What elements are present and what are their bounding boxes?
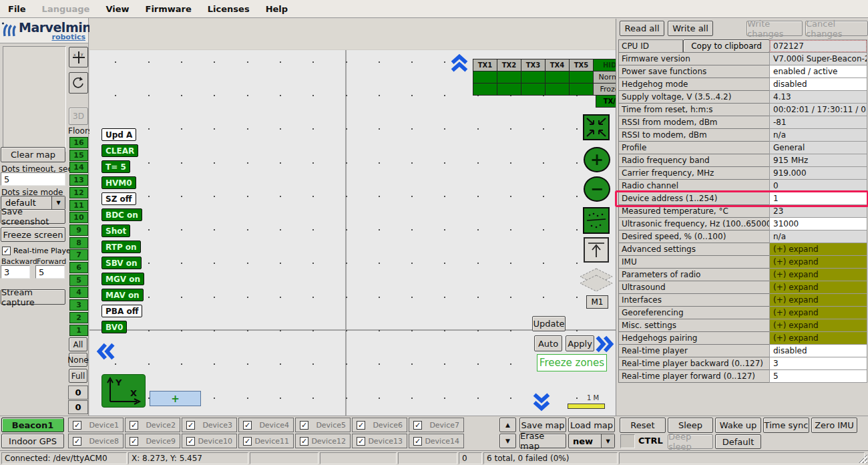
tx-cell[interactable] [569,71,594,84]
device-toggle-device12[interactable]: ✓Device12 [295,434,351,448]
tx-cell[interactable] [497,83,521,96]
device-toggle-device6[interactable]: ✓Device6 [352,418,407,432]
tx-column-tx3[interactable]: TX3 [521,59,546,71]
tx-cell[interactable] [521,71,546,84]
floor-button-12[interactable]: 12 [69,187,88,198]
zero-imu-button[interactable]: Zero IMU [811,418,857,433]
map-button-t-5[interactable]: T= 5 [101,160,130,173]
device-checkbox[interactable]: ✓ [186,437,195,446]
tx-cell[interactable] [545,71,570,84]
read-all-button[interactable]: Read all [620,21,664,36]
save-map-button[interactable]: Save map [519,418,566,432]
forward-input[interactable]: 5 [35,265,65,279]
device-toggle-device1[interactable]: ✓Device1 [68,418,124,432]
devices-scroll-down-button[interactable]: ▼ [499,434,516,448]
deep-sleep-button[interactable]: Deep sleep [668,434,713,449]
map-button-bv0[interactable]: BV0 [101,321,127,333]
layers-icon[interactable] [578,267,615,297]
map-canvas[interactable]: Upd ACLEART= 5HVM0SZ offBDC onShotRTP on… [89,19,616,416]
device-toggle-device10[interactable]: ✓Device10 [182,434,237,448]
show-dots-button[interactable] [583,207,610,234]
device-toggle-device8[interactable]: ✓Device8 [68,434,124,448]
menu-item-file[interactable]: File [0,1,34,17]
menu-item-language[interactable]: Language [34,1,98,17]
device-toggle-device9[interactable]: ✓Device9 [125,434,180,448]
floor-button-3[interactable]: 3 [69,299,88,311]
m1-button[interactable]: M1 [586,295,608,309]
device-checkbox[interactable]: ✓ [300,421,308,430]
clear-map-button[interactable]: Clear map [1,147,65,162]
menu-item-firmware[interactable]: Firmware [138,1,200,17]
settings-value[interactable]: 3 [769,357,867,370]
tab-indoor-gps[interactable]: Indoor GPS [1,434,64,448]
time-sync-button[interactable]: Time sync [763,418,809,433]
map-button-bdc-on[interactable]: BDC on [101,208,142,221]
write-all-button[interactable]: Write all [668,21,713,36]
origin-axes-widget[interactable]: Y X [101,374,146,408]
beacon-list-box[interactable] [3,46,66,152]
device-checkbox[interactable]: ✓ [130,421,138,430]
write-changes-button[interactable]: Write changes [746,21,803,36]
device-checkbox[interactable]: ✓ [130,437,138,446]
floor-button-2[interactable]: 2 [69,312,88,323]
erase-map-button[interactable]: Erase map [519,434,566,448]
tab-beacon1[interactable]: Beacon1 [1,418,64,432]
devices-scroll-up-button[interactable]: ▲ [499,418,516,432]
add-submap-button[interactable]: + [150,391,201,406]
settings-value[interactable]: 1 [769,192,867,205]
freeze-screen-button[interactable]: Freeze screen [1,227,65,242]
floor-button-7[interactable]: 7 [69,249,88,261]
device-toggle-device7[interactable]: ✓Device7 [409,418,464,432]
settings-value[interactable]: enabled / active [769,65,867,78]
device-checkbox[interactable]: ✓ [73,421,81,430]
zoom-in-button[interactable]: + [584,147,610,172]
floor-button-13[interactable]: 13 [69,174,88,186]
device-checkbox[interactable]: ✓ [243,421,252,430]
device-toggle-device11[interactable]: ✓Device11 [238,434,294,448]
map-button-sbv-on[interactable]: SBV on [101,257,142,269]
floor-button-4[interactable]: 4 [69,287,88,298]
device-checkbox[interactable]: ✓ [357,437,365,446]
device-toggle-device5[interactable]: ✓Device5 [295,418,351,432]
tx-column-tx4[interactable]: TX4 [545,59,570,71]
wake-up-button[interactable]: Wake up [715,418,761,433]
tx-cell[interactable] [545,83,570,96]
chevron-down-map-icon[interactable] [532,392,551,412]
realtime-player-checkbox[interactable]: ✓ [2,247,11,255]
tx-cell[interactable] [473,83,497,96]
menu-item-help[interactable]: Help [258,1,296,17]
map-button-hvm0[interactable]: HVM0 [101,176,136,189]
xy-view-button[interactable]: xy [69,47,88,67]
device-checkbox[interactable]: ✓ [300,437,308,446]
fit-to-screen-button[interactable] [583,114,610,140]
device-checkbox[interactable]: ✓ [243,437,252,446]
floor-button-10[interactable]: 10 [69,212,88,223]
tx-cell[interactable] [473,71,497,84]
floor-button-6[interactable]: 6 [69,262,88,273]
sleep-button[interactable]: Sleep [668,418,713,433]
device-toggle-device13[interactable]: ✓Device13 [352,434,407,448]
tx-cell[interactable] [497,71,521,84]
floor-button-8[interactable]: 8 [69,237,88,249]
chevron-right-icon[interactable] [594,335,614,353]
map-select[interactable]: new ▼ [568,434,615,448]
realtime-player-toggle[interactable]: ✓ Real-time Player [2,247,73,255]
default-button[interactable]: Default [715,434,761,449]
auto-button[interactable]: Auto [534,335,562,351]
update-button[interactable]: Update [532,316,566,331]
reset-button[interactable]: Reset [620,418,666,433]
ctrl-checkbox[interactable] [620,434,635,448]
settings-value[interactable]: (+) expand [769,306,867,319]
follow-up-button[interactable] [584,237,609,263]
tx-cell[interactable] [569,83,594,96]
settings-value[interactable]: (+) expand [769,268,867,281]
apply-button[interactable]: Apply [566,335,594,351]
tx-column-tx5[interactable]: TX5 [569,59,594,71]
settings-value[interactable]: (+) expand [769,243,867,256]
chevron-up-icon[interactable] [450,53,469,73]
device-checkbox[interactable]: ✓ [186,421,195,430]
backward-input[interactable]: 3 [1,265,30,279]
stream-capture-button[interactable]: Stream capture [1,289,65,305]
tx-cell[interactable] [521,83,546,96]
map-button-clear[interactable]: CLEAR [101,144,138,157]
